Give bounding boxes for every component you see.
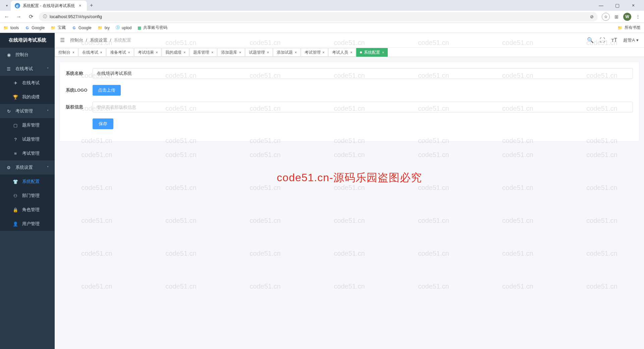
browser-tab[interactable]: ◐ 系统配置 - 在线培训考试系统 × (11, 1, 87, 11)
tab-label: 我的成绩 (165, 50, 181, 55)
sidebar-item[interactable]: ↻考试管理˅ (0, 104, 55, 118)
tab-close-icon[interactable]: × (267, 51, 269, 54)
url-bar: ← → ⟳ ⓘ localhost:9527/#/sys/config ⊘ ☆ … (0, 11, 644, 23)
tab-label: 系统配置 (364, 50, 380, 55)
sidebar-item[interactable]: ✈在线考试 (0, 76, 55, 90)
sidebar-item[interactable]: ⚇部门管理 (0, 189, 55, 203)
browser-tabstrip: ▾ ◐ 系统配置 - 在线培训考试系统 × + — ▢ × (0, 0, 644, 11)
watermark-row: code51.cncode51.cncode51.cncode51.cncode… (55, 250, 644, 257)
tab-close-icon[interactable]: × (156, 51, 158, 54)
breadcrumb-item[interactable]: 控制台 (70, 37, 83, 43)
menu-icon: ▢ (13, 123, 18, 128)
page-tab[interactable]: 添加题库× (217, 48, 245, 57)
menu-label: 系统设置 (15, 164, 33, 170)
tab-close-icon[interactable]: × (183, 51, 185, 54)
menu-dots-icon[interactable]: ⋮ (635, 13, 641, 20)
sidebar-item[interactable]: ≡考试管理 (0, 146, 55, 160)
sidebar-item[interactable]: 👤用户管理 (0, 217, 55, 231)
breadcrumb-item[interactable]: 系统设置 (90, 37, 107, 43)
bookmark-item[interactable]: GGoogle (25, 26, 45, 30)
tab-close-icon[interactable]: × (100, 51, 102, 54)
save-button[interactable]: 保存 (93, 118, 113, 129)
page-tab[interactable]: 考试管理× (301, 48, 328, 57)
watermark-row: code51.cncode51.cncode51.cncode51.cncode… (55, 217, 644, 225)
page-tab[interactable]: 考试结果× (134, 48, 162, 57)
upload-button[interactable]: 点击上传 (93, 85, 121, 96)
profile-avatar[interactable]: W (623, 13, 631, 21)
page-tab[interactable]: 准备考试× (106, 48, 134, 57)
sidebar-item[interactable]: 👕系统配置 (0, 174, 55, 189)
tab-close-icon[interactable]: × (72, 51, 74, 54)
bookmark-star-icon[interactable]: ☆ (602, 13, 610, 21)
bookmark-item[interactable]: 📁tools (3, 26, 19, 30)
page-tab[interactable]: 试题管理× (245, 48, 273, 57)
all-bookmarks[interactable]: 📁所有书签 (618, 25, 641, 31)
topbar: ☰ 控制台/ 系统设置/ 系统配置 🔍 ⛶ ᴛT 超管A▾ (55, 33, 644, 48)
sidebar-item[interactable]: 🔒角色管理 (0, 203, 55, 217)
page-tab[interactable]: 考试人员× (328, 48, 356, 57)
bookmarks-bar: 📁tools GGoogle 📁宝藏 GGoogle 📁txy ⓢuplod ▦… (0, 23, 644, 33)
sidebar-item[interactable]: ☰在线考试˅ (0, 62, 55, 76)
page-tab[interactable]: 系统配置× (356, 48, 388, 57)
maximize-icon[interactable]: ▢ (612, 1, 622, 10)
sidebar-item[interactable]: ◉控制台 (0, 48, 55, 62)
tab-label: 在线考试 (82, 50, 98, 55)
page-tab[interactable]: 添加试题× (273, 48, 301, 57)
new-tab-button[interactable]: + (87, 1, 96, 10)
menu-icon: 👕 (13, 179, 18, 184)
page-tab[interactable]: 题库管理× (190, 48, 217, 57)
tab-dropdown[interactable]: ▾ (3, 1, 11, 9)
reload-icon[interactable]: ⟳ (27, 13, 35, 21)
sidebar: 在线培训考试系统 ◉控制台☰在线考试˅✈在线考试🏆我的成绩↻考试管理˅▢题库管理… (0, 33, 55, 349)
bookmark-item[interactable]: 📁宝藏 (51, 25, 66, 31)
bookmark-item[interactable]: 📁txy (98, 26, 110, 30)
tab-label: 考试结果 (138, 50, 154, 55)
tab-close-icon[interactable]: × (77, 3, 83, 8)
forward-icon[interactable]: → (15, 13, 23, 21)
tab-title: 系统配置 - 在线培训考试系统 (23, 3, 75, 9)
page-tab[interactable]: 控制台× (55, 48, 78, 57)
sidebar-item[interactable]: 🏆我的成绩 (0, 90, 55, 104)
bookmark-item[interactable]: ⓢuplod (116, 25, 131, 31)
field-label-copyright: 版权信息 (66, 104, 93, 110)
page-tabs: 控制台×在线考试×准备考试×考试结果×我的成绩×题库管理×添加题库×试题管理×添… (55, 48, 644, 57)
tab-label: 考试管理 (305, 50, 321, 55)
tab-close-icon[interactable]: × (323, 51, 325, 54)
link-icon[interactable]: ⊘ (590, 14, 594, 19)
system-name-input[interactable] (93, 68, 633, 79)
fullscreen-icon[interactable]: ⛶ (600, 37, 605, 43)
app-logo: 在线培训考试系统 (0, 33, 55, 48)
url-text: localhost:9527/#/sys/config (50, 14, 102, 19)
close-window-icon[interactable]: × (629, 1, 638, 10)
menu-label: 角色管理 (22, 207, 40, 213)
copyright-input[interactable] (93, 102, 633, 112)
sidebar-item[interactable]: ▢题库管理 (0, 118, 55, 132)
address-bar[interactable]: ⓘ localhost:9527/#/sys/config ⊘ (39, 12, 598, 21)
extensions-icon[interactable]: ⊞ (613, 13, 620, 20)
tab-close-icon[interactable]: × (128, 51, 130, 54)
sidebar-item[interactable]: ?试题管理 (0, 132, 55, 146)
bookmark-item[interactable]: GGoogle (72, 26, 92, 30)
search-icon[interactable]: 🔍 (587, 37, 594, 43)
tab-close-icon[interactable]: × (211, 51, 213, 54)
page-tab[interactable]: 在线考试× (78, 48, 106, 57)
font-size-icon[interactable]: ᴛT (611, 37, 618, 43)
page-tab[interactable]: 我的成绩× (162, 48, 189, 57)
back-icon[interactable]: ← (3, 13, 11, 21)
tab-close-icon[interactable]: × (239, 51, 241, 54)
tab-close-icon[interactable]: × (350, 51, 352, 54)
breadcrumb: 控制台/ 系统设置/ 系统配置 (70, 37, 131, 43)
menu-label: 控制台 (15, 52, 29, 58)
hamburger-icon[interactable]: ☰ (60, 37, 65, 43)
sidebar-item[interactable]: ⚙系统设置˅ (0, 160, 55, 174)
tab-close-icon[interactable]: × (382, 51, 384, 54)
minimize-icon[interactable]: — (596, 1, 606, 10)
site-info-icon[interactable]: ⓘ (43, 14, 47, 19)
menu-icon: 🏆 (13, 95, 18, 100)
tab-label: 添加试题 (277, 50, 293, 55)
tab-close-icon[interactable]: × (295, 51, 297, 54)
bookmark-item[interactable]: ▦共享账号密码 (138, 25, 167, 31)
active-dot-icon (360, 51, 362, 53)
user-dropdown[interactable]: 超管A▾ (623, 37, 639, 43)
config-form: 系统名称 系统LOGO 点击上传 版权信息 保存 (59, 62, 639, 142)
